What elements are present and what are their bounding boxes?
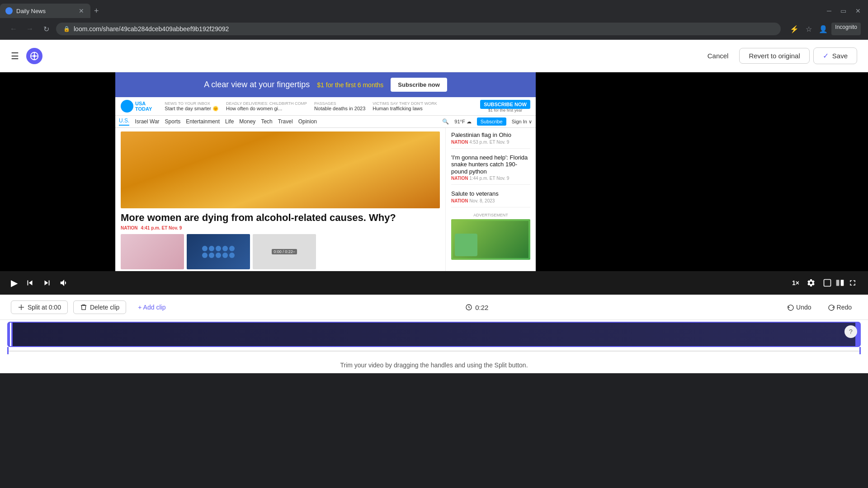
cancel-button[interactable]: Cancel [700, 48, 736, 63]
redo-label: Redo [837, 304, 852, 311]
ad-banner: A clear view at your fingertips $1 for t… [115, 72, 536, 97]
restore-button[interactable]: ▭ [837, 5, 850, 16]
nav-temp: 91°F ☁ [454, 119, 471, 125]
thumb-1 [121, 234, 184, 269]
article-image [121, 131, 440, 208]
active-tab[interactable]: Daily News ✕ [0, 4, 90, 18]
undo-icon [787, 304, 794, 311]
main-content: More women are dying from alcohol-relate… [115, 128, 536, 271]
save-label: Save [832, 52, 848, 60]
video-thumbnails: 0:00 / 0:22– [121, 234, 440, 269]
minimize-button[interactable]: ─ [823, 5, 835, 16]
split-button[interactable]: Split at 0:00 [11, 300, 68, 314]
header-link-2: DEADLY DELIVERIES: CHILDBIRTH COMP How o… [226, 101, 307, 112]
timeline-bottom-bar [9, 351, 859, 352]
rewind-button[interactable] [25, 278, 35, 288]
volume-button[interactable] [59, 278, 69, 288]
nav-entertainment[interactable]: Entertainment [186, 118, 220, 125]
address-bar-row: ← → ↻ 🔒 loom.com/share/49cab284dceb409ab… [0, 18, 868, 40]
nav-subscribe[interactable]: Subscribe [477, 117, 506, 126]
layout-split-button[interactable] [835, 278, 844, 287]
ad-text: A clear view at your fingertips [204, 80, 310, 89]
sidebar-article-3: Salute to veterans NATION Nov. 8, 2023 [451, 190, 530, 207]
timeline-brackets [0, 347, 868, 355]
nav-sports[interactable]: Sports [165, 118, 181, 125]
sidebar-section: Palestinian flag in Ohio NATION 4:53 p.m… [445, 128, 536, 271]
header-link-4: VICTIMS SAY THEY DON'T WORK Human traffi… [373, 101, 437, 112]
redo-button[interactable]: Redo [822, 301, 857, 314]
help-button[interactable]: ? [844, 325, 857, 338]
article-image-visual [121, 131, 440, 208]
ad-subscribe-button[interactable]: Subscribe now [391, 78, 447, 92]
edit-toolbar: Split at 0:00 Delete clip + Add clip 0:2… [0, 295, 868, 320]
profile-icon[interactable]: 👤 [817, 23, 830, 35]
article-headline: More women are dying from alcohol-relate… [121, 212, 440, 224]
reload-button[interactable]: ↻ [40, 23, 52, 35]
sidebar-ad-label: Advertisement [451, 213, 530, 217]
revert-button[interactable]: Revert to original [739, 48, 809, 64]
usa-today-header: USATODAY NEWS TO YOUR INBOX Start the da… [115, 97, 536, 116]
split-label: Split at 0:00 [28, 304, 61, 311]
forward-button[interactable]: → [24, 23, 36, 35]
time-display: 0:22 [465, 304, 488, 311]
save-button[interactable]: ✓ Save [813, 47, 857, 64]
redo-icon [828, 304, 835, 311]
browser-chrome: Daily News ✕ + ─ ▭ ✕ ← → ↻ 🔒 loom.com/sh… [0, 0, 868, 40]
logo-text: USATODAY [135, 101, 152, 112]
header-link-3: PASSAGES Notable deaths in 2023 [314, 101, 365, 112]
loom-toolbar: ☰ Cancel Revert to original ✓ Save [0, 40, 868, 72]
nav-travel[interactable]: Travel [278, 118, 293, 125]
nav-money[interactable]: Money [239, 118, 255, 125]
back-button[interactable]: ← [7, 23, 20, 35]
save-check-icon: ✓ [823, 52, 829, 60]
timeline-inner [8, 323, 860, 346]
article-section: More women are dying from alcohol-relate… [115, 128, 445, 271]
nav-life[interactable]: Life [225, 118, 234, 125]
nav-signin[interactable]: Sign In ∨ [512, 119, 532, 125]
undo-button[interactable]: Undo [782, 301, 816, 314]
time-value: 0:22 [475, 304, 488, 311]
svg-rect-6 [824, 280, 831, 286]
trim-hint: Trim your video by dragging the handles … [0, 357, 868, 373]
playback-speed[interactable]: 1× [792, 279, 799, 286]
tab-favicon [5, 7, 13, 14]
video-area: A clear view at your fingertips $1 for t… [0, 72, 868, 271]
timeline-track[interactable] [7, 322, 861, 347]
delete-button[interactable]: Delete clip [73, 300, 126, 314]
timeline-playhead [10, 323, 11, 346]
thumb-3: 0:00 / 0:22– [253, 234, 316, 269]
sidebar-ad-image [451, 219, 530, 260]
fast-forward-button[interactable] [42, 278, 52, 288]
close-window-button[interactable]: ✕ [852, 5, 864, 16]
layout-icons [823, 278, 857, 287]
tab-title: Daily News [16, 8, 74, 14]
nav-israel[interactable]: Israel War [135, 118, 159, 125]
video-right-black [752, 72, 868, 271]
header-link-1: NEWS TO YOUR INBOX Start the day smarter… [165, 101, 219, 112]
undo-label: Undo [796, 304, 811, 311]
nav-search-icon[interactable]: 🔍 [442, 118, 449, 125]
bookmark-icon[interactable]: ☆ [802, 23, 815, 35]
incognito-badge: Incognito [831, 23, 861, 35]
sidebar-article-2: 'I'm gonna need help': Florida snake hun… [451, 154, 530, 185]
tab-close-button[interactable]: ✕ [78, 7, 85, 14]
nav-opinion[interactable]: Opinion [298, 118, 317, 125]
nav-us[interactable]: U.S. [119, 117, 129, 126]
thumb-2 [187, 234, 250, 269]
extension-icon[interactable]: ⚡ [788, 23, 801, 35]
play-button[interactable]: ▶ [11, 277, 18, 288]
header-links: NEWS TO YOUR INBOX Start the day smarter… [156, 101, 476, 112]
article-tag: NATION [121, 225, 138, 230]
add-clip-button[interactable]: + Add clip [132, 301, 172, 314]
address-bar[interactable]: 🔒 loom.com/share/49cab284dceb409abbeef9b… [56, 23, 781, 35]
fullscreen-button[interactable] [848, 278, 857, 287]
settings-button[interactable] [807, 278, 816, 287]
menu-icon[interactable]: ☰ [11, 51, 19, 61]
nav-tech[interactable]: Tech [261, 118, 272, 125]
svg-point-1 [33, 55, 36, 57]
nav-strip: U.S. Israel War Sports Entertainment Lif… [115, 116, 536, 128]
loom-logo [26, 48, 42, 64]
layout-default-button[interactable] [823, 278, 832, 287]
subscribe-now-box: SUBSCRIBE NOW $1 for the first year [480, 100, 530, 113]
new-tab-button[interactable]: + [90, 6, 103, 16]
